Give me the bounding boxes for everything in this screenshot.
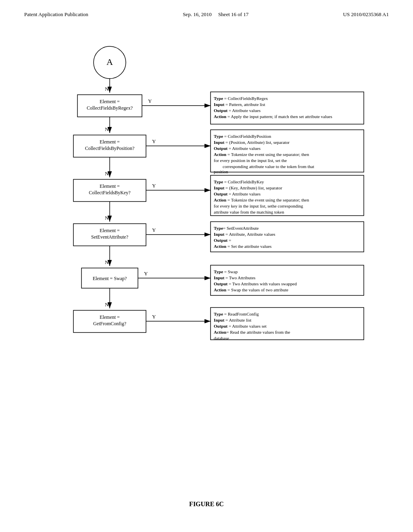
decision-2-text-2: CollectFieldsByPosition? xyxy=(85,145,135,151)
b2-l4: Action = Tokenize the event using the se… xyxy=(214,152,309,157)
y-label-5: Y xyxy=(144,270,148,276)
decision-3-text-1: Element = xyxy=(100,183,120,189)
y-label-6: Y xyxy=(152,314,156,320)
b4-l4: Action = Set the attribute values xyxy=(214,244,271,249)
b6-l4: Action= Read the attribute values from t… xyxy=(214,330,290,335)
decision-1-text-2: CollectFieldsByRegex? xyxy=(87,105,133,111)
b6-l2: Input = Attribute list xyxy=(214,318,251,322)
n-label-2: N xyxy=(105,126,109,132)
b2-l5: for every position in the input list, se… xyxy=(214,158,287,163)
b1-l2: Input = Pattern, attribute list xyxy=(214,102,265,107)
y-label-3: Y xyxy=(152,183,156,189)
figure-label: FIGURE 6C xyxy=(189,501,224,507)
b5-l3: Output = Two Attributes with values swap… xyxy=(214,281,297,286)
b1-l4: Action = Apply the input pattern; if mat… xyxy=(214,114,332,119)
y-label-2: Y xyxy=(152,138,156,144)
b1-l3: Output = Attribute values xyxy=(214,108,261,113)
b5-l4: Action = Swap the values of two attribut… xyxy=(214,287,288,292)
start-label: A xyxy=(106,57,113,67)
b4-l1: Type= SetEventAttribute xyxy=(214,226,259,231)
n-label-5: N xyxy=(105,259,109,265)
diagram: A N Element = CollectFieldsByRegex? Y Ty… xyxy=(24,40,389,484)
flowchart-svg: A N Element = CollectFieldsByRegex? Y Ty… xyxy=(24,40,389,484)
page: Patent Application Publication Sep. 16, … xyxy=(0,0,413,532)
b3-l1: Type = CollectFieldsByKey xyxy=(214,179,264,184)
decision-5-text: Element = Swap? xyxy=(93,276,127,281)
b3-l4: Action = Tokenize the event using the se… xyxy=(214,197,309,202)
b1-l1: Type = CollectFieldsByRegex xyxy=(214,96,268,101)
n-label-1: N xyxy=(105,86,109,92)
b2-l7: position xyxy=(214,169,228,174)
header-sheet: Sheet 16 of 17 xyxy=(218,11,248,17)
header: Patent Application Publication Sep. 16, … xyxy=(24,11,389,18)
decision-3-text-2: CollectFieldsByKey? xyxy=(89,190,130,195)
decision-6-text-2: GetFromConfig? xyxy=(93,321,126,326)
header-center: Sep. 16, 2010 Sheet 16 of 17 xyxy=(183,11,248,18)
decision-6-text-1: Element = xyxy=(100,314,120,320)
b2-l3: Output = Attribute values xyxy=(214,146,261,151)
n-label-6: N xyxy=(105,301,109,308)
header-left: Patent Application Publication xyxy=(24,11,88,18)
decision-4-text-1: Element = xyxy=(100,228,120,233)
b5-l2: Input = Two Attributes xyxy=(214,275,255,280)
b3-l2: Input = (Key, Attribute) list, separator xyxy=(214,185,282,191)
b2-l1: Type = CollectFieldsByPosition xyxy=(214,134,271,139)
n-label-4: N xyxy=(105,215,109,221)
b3-l3: Output = Attribute values xyxy=(214,191,261,196)
figure-caption: FIGURE 6C xyxy=(189,501,224,508)
b4-l2: Input = Attribute, Attribute values xyxy=(214,232,275,237)
b4-l3: Output = xyxy=(214,238,231,243)
b2-l2: Input = (Position, Attribute) list, sepa… xyxy=(214,140,290,145)
b2-l6: corresponding attribute value to the tok… xyxy=(223,164,314,169)
y-label-4: Y xyxy=(152,227,156,233)
n-label-3: N xyxy=(105,170,109,177)
decision-2-text-1: Element = xyxy=(100,139,120,145)
header-right: US 2010/0235368 A1 xyxy=(343,11,389,18)
b6-l5: database xyxy=(214,336,229,341)
b3-l6: attribute value from the matching token xyxy=(214,210,284,214)
y-label-1: Y xyxy=(148,98,152,104)
header-date: Sep. 16, 2010 xyxy=(183,11,212,17)
b5-l1: Type = Swap xyxy=(214,269,238,274)
b6-l3: Output = Attribute values set xyxy=(214,324,267,328)
decision-4-text-2: SetEventAttribute? xyxy=(91,234,128,240)
b3-l5: for every key in the input list, sethe c… xyxy=(214,204,303,208)
decision-1-text-1: Element = xyxy=(100,99,120,104)
b6-l1: Type = ReadFromConfig xyxy=(214,312,259,316)
